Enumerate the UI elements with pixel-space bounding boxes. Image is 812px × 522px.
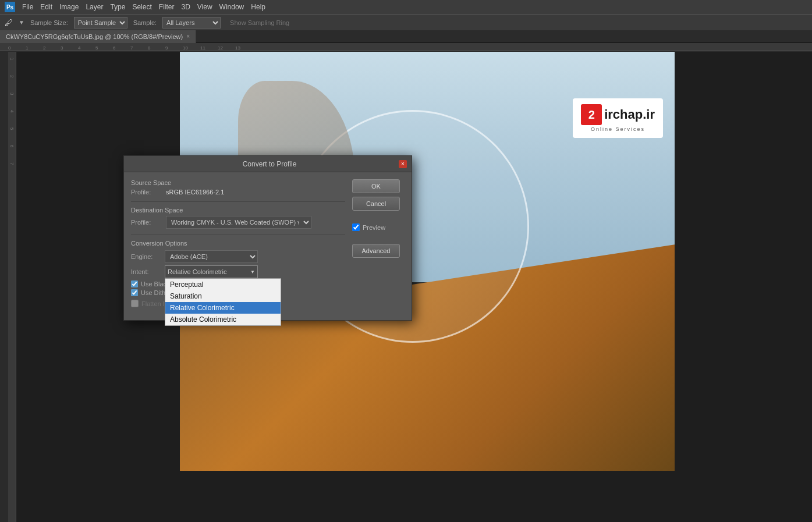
destination-space-title: Destination Space <box>131 207 345 214</box>
tab-filename: CkWY8CuCY5RGg6qfcTuUsB.jpg @ 100% (RGB/8… <box>6 33 183 40</box>
engine-select[interactable]: Adobe (ACE) Microsoft ICM <box>165 250 258 263</box>
tab-bar: CkWY8CuCY5RGg6qfcTuUsB.jpg @ 100% (RGB/8… <box>0 30 812 43</box>
irchap-subtitle: Online Services <box>591 126 645 132</box>
app-logo: Ps <box>5 2 15 12</box>
dest-profile-wrapper: Working CMYK - U.S. Web Coated (SWOP) v2… <box>166 216 311 229</box>
intent-select[interactable]: Relative Colorimetric ▼ <box>165 265 258 278</box>
intent-chevron-icon: ▼ <box>250 269 255 275</box>
cancel-button[interactable]: Cancel <box>352 197 400 211</box>
intent-dropdown-list: Perceptual Saturation Relative Colorimet… <box>165 278 281 326</box>
sample-size-label: Sample Size: <box>30 19 68 26</box>
menu-file[interactable]: File <box>22 3 33 11</box>
menu-image[interactable]: Image <box>59 3 79 11</box>
engine-label: Engine: <box>131 253 161 260</box>
ok-button[interactable]: OK <box>352 179 400 193</box>
irchap-name: irchap.ir <box>604 107 655 122</box>
eyedropper-icon: 🖋 <box>5 18 13 27</box>
engine-row: Engine: Adobe (ACE) Microsoft ICM <box>131 250 345 263</box>
dialog-title: Convert to Profile <box>140 160 399 168</box>
conversion-options-section: Conversion Options Engine: Adobe (ACE) M… <box>131 240 345 307</box>
source-profile-label: Profile: <box>131 189 166 196</box>
document-tab[interactable]: CkWY8CuCY5RGg6qfcTuUsB.jpg @ 100% (RGB/8… <box>0 30 196 43</box>
ruler-horizontal: 0 1 2 3 4 5 6 7 8 9 10 11 12 13 <box>0 43 812 51</box>
irchap-logo-main: 2 irchap.ir <box>581 104 655 125</box>
advanced-button[interactable]: Advanced <box>352 244 400 258</box>
dest-profile-select[interactable]: Working CMYK - U.S. Web Coated (SWOP) v2… <box>166 216 311 229</box>
options-arrow: ▼ <box>19 19 24 26</box>
menu-view[interactable]: View <box>197 3 212 11</box>
dialog-title-bar: Convert to Profile × <box>124 156 412 172</box>
intent-option-absolute[interactable]: Absolute Colorimetric <box>165 314 281 325</box>
preview-row: Preview <box>352 223 405 231</box>
irchap-logo: 2 irchap.ir Online Services <box>573 98 663 138</box>
intent-label: Intent: <box>131 268 161 275</box>
flatten-checkbox[interactable] <box>131 300 139 307</box>
source-space-section: Source Space Profile: sRGB IEC61966-2.1 <box>131 179 345 196</box>
show-sampling-ring-label: Show Sampling Ring <box>226 18 293 27</box>
destination-space-field: Profile: Working CMYK - U.S. Web Coated … <box>131 216 345 229</box>
source-space-field: Profile: sRGB IEC61966-2.1 <box>131 189 345 196</box>
menu-help[interactable]: Help <box>251 3 265 11</box>
ruler-vertical: 1 2 3 4 5 6 7 <box>8 52 16 522</box>
sample-label: Sample: <box>133 19 157 26</box>
menu-3d[interactable]: 3D <box>181 3 190 11</box>
dialog-right-panel: OK Cancel Preview Advanced <box>352 179 405 313</box>
menu-edit[interactable]: Edit <box>40 3 52 11</box>
dialog-body: Source Space Profile: sRGB IEC61966-2.1 … <box>124 172 412 320</box>
intent-option-relative[interactable]: Relative Colorimetric <box>165 302 281 314</box>
intent-option-saturation[interactable]: Saturation <box>165 290 281 302</box>
separator-1 <box>131 201 345 202</box>
source-space-title: Source Space <box>131 179 345 186</box>
use-dither-checkbox[interactable] <box>131 289 138 296</box>
conversion-options-title: Conversion Options <box>131 240 345 247</box>
convert-to-profile-dialog: Convert to Profile × Source Space Profil… <box>123 155 412 321</box>
source-profile-value: sRGB IEC61966-2.1 <box>166 189 224 196</box>
intent-selected-value: Relative Colorimetric <box>168 268 226 275</box>
irchap-icon: 2 <box>581 104 602 125</box>
dest-profile-label: Profile: <box>131 219 166 226</box>
sample-select[interactable]: All Layers <box>162 17 221 29</box>
menu-filter[interactable]: Filter <box>159 3 175 11</box>
intent-option-perceptual[interactable]: Perceptual <box>165 279 281 290</box>
menu-select[interactable]: Select <box>132 3 151 11</box>
preview-label: Preview <box>363 224 385 231</box>
canvas-area: 1 2 3 4 5 6 7 2 irchap.ir Online Service… <box>8 52 812 522</box>
menu-bar: Ps File Edit Image Layer Type Select Fil… <box>0 0 812 14</box>
preview-checkbox[interactable] <box>352 223 360 231</box>
destination-space-section: Destination Space Profile: Working CMYK … <box>131 207 345 229</box>
options-bar: 🖋 ▼ Sample Size: Point Sample Sample: Al… <box>0 14 812 30</box>
tab-close-btn[interactable]: × <box>186 33 190 40</box>
menu-layer[interactable]: Layer <box>86 3 103 11</box>
use-black-point-checkbox[interactable] <box>131 280 138 287</box>
dialog-close-button[interactable]: × <box>399 160 407 168</box>
dialog-left-panel: Source Space Profile: sRGB IEC61966-2.1 … <box>131 179 345 313</box>
menu-type[interactable]: Type <box>110 3 125 11</box>
intent-wrapper: Relative Colorimetric ▼ Perceptual Satur… <box>165 265 258 278</box>
menu-window[interactable]: Window <box>219 3 244 11</box>
intent-row: Intent: Relative Colorimetric ▼ Perceptu… <box>131 265 345 278</box>
separator-2 <box>131 235 345 235</box>
sample-size-select[interactable]: Point Sample <box>74 17 127 29</box>
